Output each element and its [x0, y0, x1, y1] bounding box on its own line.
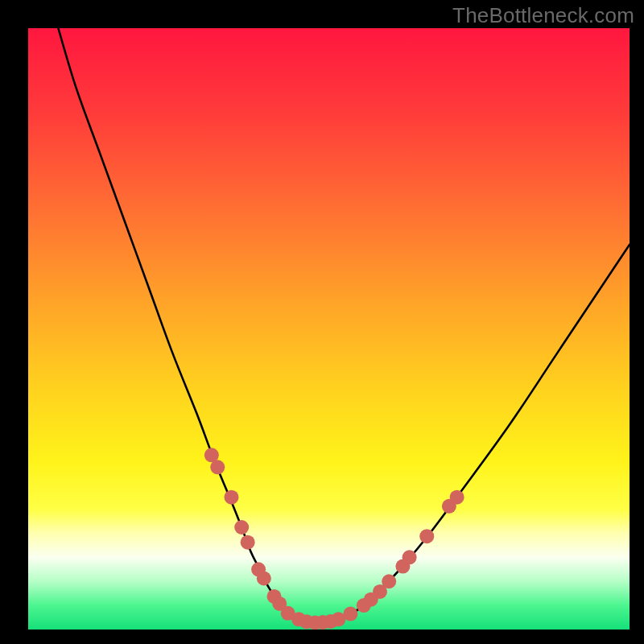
watermark-text: TheBottleneck.com: [452, 3, 634, 28]
curve-marker: [241, 535, 255, 550]
curve-marker: [224, 490, 238, 505]
curve-marker: [257, 572, 271, 586]
curve-marker: [402, 550, 417, 564]
curve-marker: [450, 490, 464, 505]
curve-markers: [28, 28, 630, 630]
curve-marker: [382, 574, 396, 588]
chart-outer-frame: TheBottleneck.com: [0, 0, 644, 644]
curve-marker: [343, 607, 357, 621]
curve-marker: [419, 529, 434, 543]
plot-area: [28, 28, 630, 630]
curve-marker: [210, 460, 225, 474]
curve-marker: [234, 520, 249, 535]
